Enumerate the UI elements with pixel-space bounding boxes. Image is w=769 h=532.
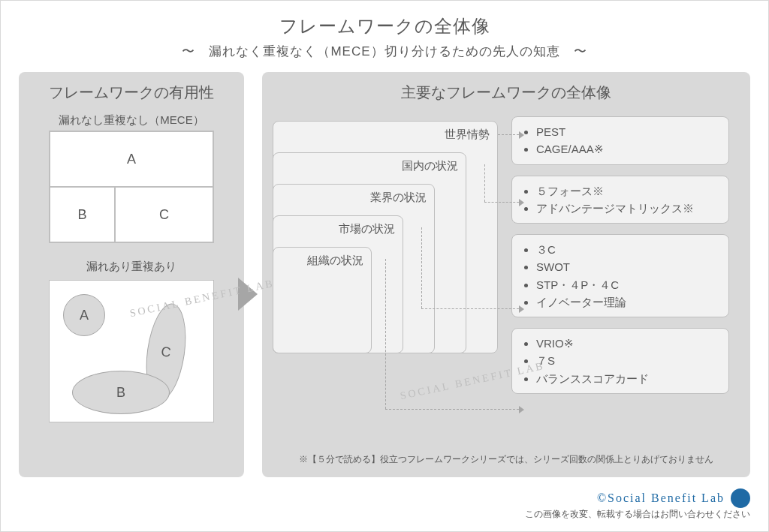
connector	[421, 308, 519, 309]
list-item: バランススコアカード	[536, 370, 719, 387]
left-panel: フレームワークの有用性 漏れなし重複なし（MECE） A B C 漏れあり重複あ…	[19, 72, 244, 477]
lab-credit: ©Social Benefit Lab	[597, 488, 750, 508]
framework-box-4: VRIO※ ７S バランススコアカード	[511, 328, 729, 394]
credit-sub: この画像を改変、転載する場合はお問い合わせください	[525, 508, 750, 521]
arrow-icon	[238, 278, 258, 311]
nonmece-box: A C B	[49, 280, 214, 422]
lab-text: ©Social Benefit Lab	[597, 491, 725, 505]
right-panel: 主要なフレームワークの全体像 世界情勢 国内の状況 業界の状況 市場の状況 組織…	[262, 72, 750, 477]
right-panel-title: 主要なフレームワークの全体像	[273, 83, 740, 103]
footnote: ※【５分で読める】役立つフレームワークシリーズでは、シリーズ回数の関係上とりあげ…	[273, 453, 740, 466]
lab-logo-icon	[731, 488, 750, 508]
mece-cell-c: C	[115, 187, 213, 242]
credit-block: ©Social Benefit Lab この画像を改変、転載する場合はお問い合わ…	[525, 488, 750, 521]
framework-box-2: ５フォース※ アドバンテージマトリックス※	[511, 176, 729, 224]
left-panel-title: フレームワークの有用性	[29, 83, 234, 103]
mece-grid: A B C	[49, 131, 214, 243]
list-item: ３C	[536, 241, 719, 258]
mece-cell-a: A	[50, 131, 213, 187]
connector	[385, 409, 519, 410]
list-item: VRIO※	[536, 335, 719, 352]
connector	[484, 202, 519, 203]
connector	[498, 134, 519, 135]
connector	[421, 227, 422, 308]
framework-box-1: PEST CAGE/AAA※	[511, 116, 729, 165]
connector	[385, 259, 386, 409]
nested-layers: 世界情勢 国内の状況 業界の状況 市場の状況 組織の状況	[273, 121, 498, 376]
list-item: アドバンテージマトリックス※	[536, 200, 719, 217]
main-area: フレームワークの有用性 漏れなし重複なし（MECE） A B C 漏れあり重複あ…	[1, 60, 768, 477]
nonmece-label: 漏れあり重複あり	[29, 260, 234, 274]
framework-boxes: PEST CAGE/AAA※ ５フォース※ アドバンテージマトリックス※ ３C …	[511, 116, 729, 443]
connector	[484, 164, 485, 202]
list-item: ７S	[536, 352, 719, 369]
framework-box-3: ３C SWOT STP・４P・４C イノベーター理論	[511, 234, 729, 317]
list-item: CAGE/AAA※	[536, 140, 719, 158]
nest-org: 組織の状況	[273, 247, 372, 353]
list-item: STP・４P・４C	[536, 276, 719, 293]
page-subtitle: 〜 漏れなく重複なく（MECE）切り分けるための先人の知恵 〜	[1, 43, 768, 60]
blob-b: B	[72, 371, 170, 414]
blob-a: A	[63, 294, 105, 336]
list-item: SWOT	[536, 258, 719, 275]
mece-cell-b: B	[50, 187, 115, 242]
list-item: PEST	[536, 123, 719, 140]
list-item: ５フォース※	[536, 182, 719, 200]
page-title: フレームワークの全体像	[1, 14, 768, 38]
mece-label: 漏れなし重複なし（MECE）	[29, 113, 234, 128]
list-item: イノベーター理論	[536, 293, 719, 311]
